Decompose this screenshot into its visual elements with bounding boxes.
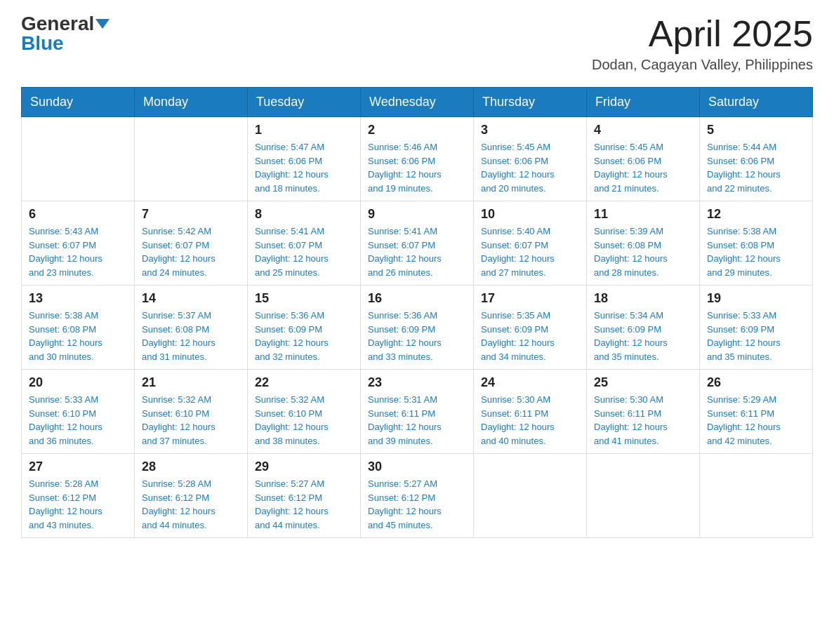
location-subtitle: Dodan, Cagayan Valley, Philippines [592,57,813,73]
day-number: 15 [255,291,353,306]
day-info: Sunrise: 5:32 AM Sunset: 6:10 PM Dayligh… [255,393,353,448]
day-info: Sunrise: 5:37 AM Sunset: 6:08 PM Dayligh… [142,309,240,363]
day-number: 27 [29,459,127,474]
calendar-cell: 19Sunrise: 5:33 AM Sunset: 6:09 PM Dayli… [700,286,813,370]
calendar-cell: 5Sunrise: 5:44 AM Sunset: 6:06 PM Daylig… [700,117,813,201]
day-info: Sunrise: 5:28 AM Sunset: 6:12 PM Dayligh… [142,477,240,532]
day-info: Sunrise: 5:30 AM Sunset: 6:11 PM Dayligh… [594,393,692,448]
calendar-cell: 26Sunrise: 5:29 AM Sunset: 6:11 PM Dayli… [700,370,813,454]
day-info: Sunrise: 5:36 AM Sunset: 6:09 PM Dayligh… [368,309,466,363]
calendar-cell: 28Sunrise: 5:28 AM Sunset: 6:12 PM Dayli… [135,454,248,538]
day-info: Sunrise: 5:44 AM Sunset: 6:06 PM Dayligh… [707,140,805,195]
calendar-cell: 3Sunrise: 5:45 AM Sunset: 6:06 PM Daylig… [474,117,587,201]
weekday-header-tuesday: Tuesday [248,88,361,117]
calendar-cell: 24Sunrise: 5:30 AM Sunset: 6:11 PM Dayli… [474,370,587,454]
weekday-header-thursday: Thursday [474,88,587,117]
day-number: 10 [481,207,579,222]
calendar-cell: 14Sunrise: 5:37 AM Sunset: 6:08 PM Dayli… [135,286,248,370]
day-info: Sunrise: 5:46 AM Sunset: 6:06 PM Dayligh… [368,140,466,195]
calendar-cell: 4Sunrise: 5:45 AM Sunset: 6:06 PM Daylig… [587,117,700,201]
day-number: 20 [29,375,127,390]
day-number: 28 [142,459,240,474]
calendar-cell [22,117,135,201]
day-number: 17 [481,291,579,306]
day-info: Sunrise: 5:42 AM Sunset: 6:07 PM Dayligh… [142,224,240,279]
calendar-cell: 9Sunrise: 5:41 AM Sunset: 6:07 PM Daylig… [361,201,474,286]
day-info: Sunrise: 5:33 AM Sunset: 6:09 PM Dayligh… [707,309,805,363]
calendar-cell: 29Sunrise: 5:27 AM Sunset: 6:12 PM Dayli… [248,454,361,538]
day-info: Sunrise: 5:38 AM Sunset: 6:08 PM Dayligh… [29,309,127,363]
title-section: April 2025 Dodan, Cagayan Valley, Philip… [592,14,813,73]
day-number: 13 [29,291,127,306]
calendar-cell: 30Sunrise: 5:27 AM Sunset: 6:12 PM Dayli… [361,454,474,538]
day-info: Sunrise: 5:28 AM Sunset: 6:12 PM Dayligh… [29,477,127,532]
calendar-cell: 13Sunrise: 5:38 AM Sunset: 6:08 PM Dayli… [22,286,135,370]
weekday-header-row: SundayMondayTuesdayWednesdayThursdayFrid… [22,88,813,117]
day-info: Sunrise: 5:34 AM Sunset: 6:09 PM Dayligh… [594,309,692,363]
day-number: 4 [594,123,692,137]
weekday-header-saturday: Saturday [700,88,813,117]
weekday-header-wednesday: Wednesday [361,88,474,117]
day-number: 22 [255,375,353,390]
calendar-cell: 1Sunrise: 5:47 AM Sunset: 6:06 PM Daylig… [248,117,361,201]
day-number: 23 [368,375,466,390]
day-number: 7 [142,207,240,222]
calendar-cell: 2Sunrise: 5:46 AM Sunset: 6:06 PM Daylig… [361,117,474,201]
weekday-header-sunday: Sunday [22,88,135,117]
calendar-cell [700,454,813,538]
calendar-cell: 20Sunrise: 5:33 AM Sunset: 6:10 PM Dayli… [22,370,135,454]
day-info: Sunrise: 5:45 AM Sunset: 6:06 PM Dayligh… [594,140,692,195]
logo-triangle-icon [95,19,110,29]
day-info: Sunrise: 5:41 AM Sunset: 6:07 PM Dayligh… [368,224,466,279]
calendar-cell [587,454,700,538]
day-number: 19 [707,291,805,306]
day-info: Sunrise: 5:27 AM Sunset: 6:12 PM Dayligh… [368,477,466,532]
week-row-1: 1Sunrise: 5:47 AM Sunset: 6:06 PM Daylig… [22,117,813,201]
calendar-cell: 18Sunrise: 5:34 AM Sunset: 6:09 PM Dayli… [587,286,700,370]
week-row-4: 20Sunrise: 5:33 AM Sunset: 6:10 PM Dayli… [22,370,813,454]
day-info: Sunrise: 5:38 AM Sunset: 6:08 PM Dayligh… [707,224,805,279]
calendar-table: SundayMondayTuesdayWednesdayThursdayFrid… [21,87,813,538]
weekday-header-friday: Friday [587,88,700,117]
calendar-cell: 11Sunrise: 5:39 AM Sunset: 6:08 PM Dayli… [587,201,700,286]
day-number: 30 [368,459,466,474]
page-header: General Blue April 2025 Dodan, Cagayan V… [21,14,813,73]
day-info: Sunrise: 5:41 AM Sunset: 6:07 PM Dayligh… [255,224,353,279]
calendar-cell: 22Sunrise: 5:32 AM Sunset: 6:10 PM Dayli… [248,370,361,454]
week-row-3: 13Sunrise: 5:38 AM Sunset: 6:08 PM Dayli… [22,286,813,370]
day-number: 5 [707,123,805,137]
day-info: Sunrise: 5:36 AM Sunset: 6:09 PM Dayligh… [255,309,353,363]
day-number: 12 [707,207,805,222]
day-info: Sunrise: 5:47 AM Sunset: 6:06 PM Dayligh… [255,140,353,195]
day-number: 24 [481,375,579,390]
logo-blue-text: Blue [21,34,64,53]
day-number: 6 [29,207,127,222]
day-info: Sunrise: 5:32 AM Sunset: 6:10 PM Dayligh… [142,393,240,448]
calendar-cell [474,454,587,538]
day-number: 16 [368,291,466,306]
weekday-header-monday: Monday [135,88,248,117]
logo: General Blue [21,14,110,53]
calendar-cell: 8Sunrise: 5:41 AM Sunset: 6:07 PM Daylig… [248,201,361,286]
day-info: Sunrise: 5:39 AM Sunset: 6:08 PM Dayligh… [594,224,692,279]
day-info: Sunrise: 5:33 AM Sunset: 6:10 PM Dayligh… [29,393,127,448]
calendar-cell: 25Sunrise: 5:30 AM Sunset: 6:11 PM Dayli… [587,370,700,454]
day-info: Sunrise: 5:27 AM Sunset: 6:12 PM Dayligh… [255,477,353,532]
calendar-cell: 15Sunrise: 5:36 AM Sunset: 6:09 PM Dayli… [248,286,361,370]
day-number: 18 [594,291,692,306]
day-number: 8 [255,207,353,222]
calendar-cell: 27Sunrise: 5:28 AM Sunset: 6:12 PM Dayli… [22,454,135,538]
week-row-5: 27Sunrise: 5:28 AM Sunset: 6:12 PM Dayli… [22,454,813,538]
month-year-title: April 2025 [592,14,813,54]
day-info: Sunrise: 5:29 AM Sunset: 6:11 PM Dayligh… [707,393,805,448]
day-number: 11 [594,207,692,222]
day-info: Sunrise: 5:31 AM Sunset: 6:11 PM Dayligh… [368,393,466,448]
calendar-cell: 17Sunrise: 5:35 AM Sunset: 6:09 PM Dayli… [474,286,587,370]
day-number: 25 [594,375,692,390]
calendar-cell: 21Sunrise: 5:32 AM Sunset: 6:10 PM Dayli… [135,370,248,454]
calendar-cell: 12Sunrise: 5:38 AM Sunset: 6:08 PM Dayli… [700,201,813,286]
day-info: Sunrise: 5:40 AM Sunset: 6:07 PM Dayligh… [481,224,579,279]
day-number: 21 [142,375,240,390]
day-number: 14 [142,291,240,306]
calendar-cell: 23Sunrise: 5:31 AM Sunset: 6:11 PM Dayli… [361,370,474,454]
